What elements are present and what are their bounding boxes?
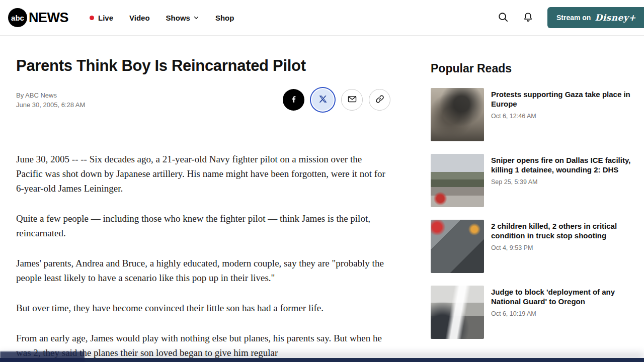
email-icon	[347, 94, 357, 106]
popular-reads-sidebar: Popular Reads Protests supporting Gaza t…	[431, 36, 631, 360]
page-body: Parents Think Boy Is Reincarnated Pilot …	[0, 36, 644, 360]
popular-reads-list: Protests supporting Gaza take place in E…	[431, 88, 631, 339]
popular-item-timestamp: Oct 6, 12:46 AM	[491, 113, 631, 120]
article-paragraph: James' parents, Andrea and Bruce, a high…	[16, 256, 390, 285]
article-body: June 30, 2005 -- -- Six decades ago, a 2…	[16, 152, 390, 360]
header-actions: Stream on Disney+	[498, 7, 644, 28]
popular-read-item[interactable]: Judge to block 'deployment of any Nation…	[431, 286, 631, 339]
byline-author: By ABC News	[16, 90, 85, 100]
sidebar-title: Popular Reads	[431, 62, 631, 75]
article-thumbnail	[431, 88, 484, 141]
news-logo-text: NEWS	[29, 10, 68, 26]
stream-on-disney-button[interactable]: Stream on Disney+	[547, 7, 644, 28]
search-button[interactable]	[498, 12, 509, 24]
search-icon	[498, 12, 509, 24]
notifications-button[interactable]	[523, 12, 533, 24]
share-bar	[283, 89, 390, 111]
share-x-button[interactable]	[312, 89, 334, 111]
abc-logo-text: abc	[11, 14, 24, 22]
popular-item-headline: Judge to block 'deployment of any Nation…	[491, 287, 631, 306]
article-paragraph: Quite a few people — including those who…	[16, 211, 390, 240]
x-icon	[318, 95, 328, 105]
popular-item-timestamp: Oct 6, 10:19 AM	[491, 310, 631, 317]
facebook-icon	[289, 94, 299, 106]
popular-item-text: Sniper opens fire on Dallas ICE facility…	[491, 154, 631, 207]
nav-shows-label: Shows	[166, 14, 190, 22]
article-paragraph: But over time, they have become convince…	[16, 301, 390, 315]
nav-item-shop[interactable]: Shop	[215, 14, 234, 22]
popular-item-text: Protests supporting Gaza take place in E…	[491, 88, 631, 141]
article-title: Parents Think Boy Is Reincarnated Pilot	[16, 57, 390, 75]
site-header: abc NEWS Live Video Shows Shop	[0, 0, 644, 36]
bell-icon	[523, 12, 533, 24]
nav-item-shows[interactable]: Shows	[166, 14, 199, 22]
popular-item-timestamp: Oct 4, 9:53 PM	[491, 244, 631, 251]
abc-news-logo[interactable]: abc NEWS	[8, 8, 68, 27]
footer-peek-bar	[0, 358, 644, 362]
article-divider	[16, 136, 390, 136]
popular-read-item[interactable]: Protests supporting Gaza take place in E…	[431, 88, 631, 141]
article-paragraph: June 30, 2005 -- -- Six decades ago, a 2…	[16, 152, 390, 196]
share-facebook-button[interactable]	[283, 89, 304, 111]
popular-item-text: 2 children killed, 2 others in critical …	[491, 220, 631, 273]
article-thumbnail	[431, 154, 484, 207]
byline-block: By ABC News June 30, 2005, 6:28 AM	[16, 90, 85, 110]
article-thumbnail	[431, 220, 484, 273]
popular-read-item[interactable]: Sniper opens fire on Dallas ICE facility…	[431, 154, 631, 207]
nav-item-video[interactable]: Video	[129, 14, 150, 22]
primary-nav: Live Video Shows Shop	[90, 14, 234, 22]
byline-date: June 30, 2005, 6:28 AM	[16, 100, 85, 110]
byline-row: By ABC News June 30, 2005, 6:28 AM	[16, 89, 390, 111]
stream-on-label: Stream on	[556, 14, 591, 22]
popular-item-headline: 2 children killed, 2 others in critical …	[491, 221, 631, 240]
popular-item-headline: Sniper opens fire on Dallas ICE facility…	[491, 155, 631, 174]
popular-item-text: Judge to block 'deployment of any Nation…	[491, 286, 631, 339]
chevron-down-icon	[193, 15, 199, 21]
share-email-button[interactable]	[341, 89, 363, 111]
popular-item-headline: Protests supporting Gaza take place in E…	[491, 89, 631, 109]
nav-shop-label: Shop	[215, 14, 234, 22]
share-copy-link-button[interactable]	[369, 89, 390, 111]
disney-plus-logo: Disney+	[595, 13, 636, 23]
nav-item-live[interactable]: Live	[90, 14, 113, 22]
popular-item-timestamp: Sep 25, 5:39 AM	[491, 178, 631, 186]
abc-logo-circle: abc	[8, 8, 27, 27]
nav-live-label: Live	[98, 14, 113, 22]
nav-video-label: Video	[129, 14, 150, 22]
article-thumbnail	[431, 286, 484, 339]
popular-read-item[interactable]: 2 children killed, 2 others in critical …	[431, 220, 631, 273]
article: Parents Think Boy Is Reincarnated Pilot …	[16, 36, 390, 360]
link-icon	[375, 94, 385, 106]
live-dot-icon	[90, 16, 94, 20]
